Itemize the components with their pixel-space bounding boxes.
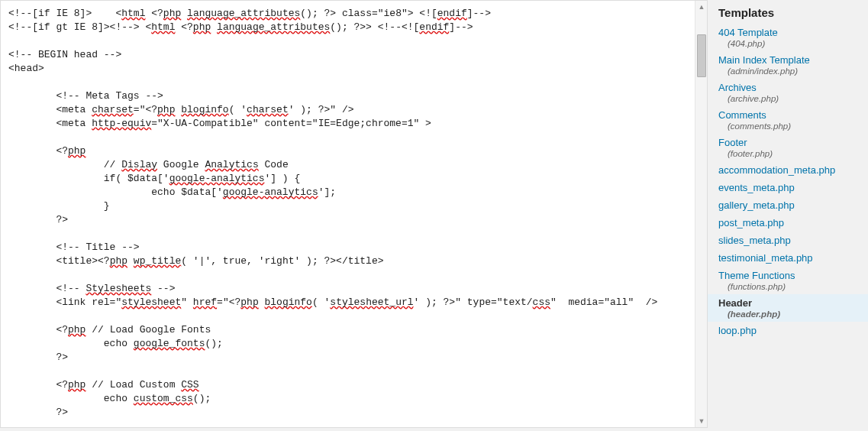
template-filename: (admin/index.php): [718, 66, 857, 76]
template-item[interactable]: post_meta.php: [708, 214, 868, 232]
template-item[interactable]: gallery_meta.php: [708, 196, 868, 214]
template-label: testimonial_meta.php: [718, 252, 857, 264]
template-item[interactable]: slides_meta.php: [708, 232, 868, 249]
template-label: Comments: [718, 109, 857, 121]
template-item[interactable]: Main Index Template(admin/index.php): [708, 51, 868, 79]
template-label: Archives: [718, 82, 857, 93]
template-filename: (footer.php): [718, 148, 857, 158]
template-item[interactable]: Comments(comments.php): [708, 106, 868, 134]
template-item[interactable]: Theme Functions(functions.php): [708, 267, 868, 294]
template-item[interactable]: testimonial_meta.php: [708, 249, 868, 267]
template-item[interactable]: accommodation_meta.php: [708, 161, 868, 179]
template-item[interactable]: Footer(footer.php): [708, 134, 868, 161]
template-filename: (functions.php): [718, 281, 857, 291]
sidebar-title: Templates: [708, 6, 868, 24]
template-label: accommodation_meta.php: [718, 164, 857, 176]
template-label: Main Index Template: [718, 54, 857, 66]
template-label: events_meta.php: [718, 182, 857, 193]
template-label: 404 Template: [718, 27, 857, 38]
template-item[interactable]: Header(header.php): [708, 294, 868, 322]
templates-sidebar: Templates 404 Template(404.php)Main Inde…: [708, 0, 868, 428]
template-filename: (header.php): [718, 309, 857, 319]
template-filename: (archive.php): [718, 93, 857, 103]
template-filename: (comments.php): [718, 121, 857, 131]
code-editor[interactable]: <!--[if IE 8]> <html <?php language_attr…: [0, 0, 708, 428]
code-content[interactable]: <!--[if IE 8]> <html <?php language_attr…: [1, 1, 707, 427]
scroll-down-button[interactable]: ▼: [695, 415, 708, 427]
template-item[interactable]: events_meta.php: [708, 179, 868, 196]
template-label: slides_meta.php: [718, 235, 857, 246]
scroll-up-button[interactable]: ▲: [695, 1, 708, 13]
scrollbar-track[interactable]: ▲ ▼: [695, 1, 707, 427]
template-label: gallery_meta.php: [718, 199, 857, 211]
template-filename: (404.php): [718, 38, 857, 48]
template-label: loop.php: [718, 325, 857, 336]
template-item[interactable]: 404 Template(404.php): [708, 24, 868, 51]
template-label: Header: [718, 297, 857, 309]
template-item[interactable]: loop.php: [708, 322, 868, 339]
template-list: 404 Template(404.php)Main Index Template…: [708, 24, 868, 339]
template-label: Theme Functions: [718, 270, 857, 281]
template-label: post_meta.php: [718, 217, 857, 228]
template-label: Footer: [718, 137, 857, 148]
scrollbar-thumb[interactable]: [697, 34, 706, 77]
template-item[interactable]: Archives(archive.php): [708, 79, 868, 106]
